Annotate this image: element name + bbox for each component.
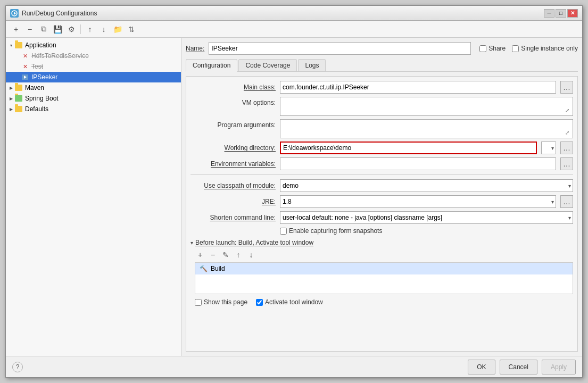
form-snapshots-checkbox-item: Enable capturing form snapshots — [280, 227, 382, 235]
main-content: ▾ Application ▶ ✕ HdfsToRedisService ▶ ✕… — [6, 38, 582, 356]
working-dir-select[interactable] — [541, 141, 556, 154]
main-toolbar: + − ⧉ 💾 ⚙ ↑ ↓ 📁 ⇅ — [6, 21, 582, 38]
main-class-label: Main class: — [191, 84, 276, 91]
settings-button[interactable]: ⚙ — [65, 23, 77, 35]
activate-tool-checkbox-item: Activate tool window — [256, 298, 323, 306]
maven-arrow: ▶ — [8, 85, 14, 91]
show-page-checkbox-item: Show this page — [195, 298, 247, 306]
share-label: Share — [488, 45, 506, 52]
single-instance-checkbox-item: Single instance only — [512, 45, 578, 52]
add-config-button[interactable]: + — [10, 23, 22, 35]
toolbar-sep-1 — [80, 24, 81, 34]
program-args-input[interactable] — [280, 120, 573, 137]
program-args-expand-icon[interactable]: ⤢ — [563, 128, 572, 137]
defaults-folder-icon — [14, 105, 23, 113]
copy-config-button[interactable]: ⧉ — [38, 23, 49, 35]
sidebar-item-maven[interactable]: ▶ Maven — [6, 82, 181, 93]
before-launch-section: ▾ Before launch: Build, Activate tool wi… — [191, 239, 573, 294]
jre-select[interactable]: 1.8 — [280, 195, 556, 208]
maven-label: Maven — [25, 84, 44, 91]
program-args-label: Program arguments: — [191, 119, 276, 129]
save-config-button[interactable]: 💾 — [52, 23, 63, 35]
folder-button[interactable]: 📁 — [112, 23, 123, 35]
main-class-row: Main class: … — [191, 81, 573, 94]
ok-button[interactable]: OK — [468, 360, 495, 374]
move-up-button[interactable]: ↑ — [84, 23, 96, 35]
tab-logs[interactable]: Logs — [298, 59, 326, 71]
divider-1 — [191, 174, 573, 175]
activate-tool-checkbox[interactable] — [256, 299, 263, 306]
sidebar-item-hdfs[interactable]: ▶ ✕ HdfsToRedisService — [6, 51, 181, 61]
before-launch-list: 🔨 Build — [195, 262, 573, 294]
tab-code-coverage[interactable]: Code Coverage — [238, 59, 297, 71]
env-vars-input[interactable] — [280, 157, 556, 170]
sidebar-item-spring-boot[interactable]: ▶ Spring Boot — [6, 93, 181, 104]
cancel-button[interactable]: Cancel — [500, 360, 537, 374]
test-label: Test — [31, 63, 43, 70]
bl-edit-button[interactable]: ✎ — [220, 249, 231, 260]
main-class-input[interactable] — [280, 81, 556, 94]
bl-down-button[interactable]: ↓ — [246, 249, 256, 260]
defaults-label: Defaults — [25, 105, 48, 113]
right-panel: Name: Share Single instance only Configu… — [181, 38, 582, 356]
show-page-checkbox[interactable] — [195, 299, 202, 306]
bl-remove-button[interactable]: − — [208, 249, 218, 260]
application-arrow: ▾ — [8, 42, 14, 48]
sidebar-item-test[interactable]: ▶ ✕ Test — [6, 61, 181, 72]
bl-up-button[interactable]: ↑ — [233, 249, 244, 260]
working-dir-label: Working directory: — [191, 144, 276, 152]
form-snapshots-checkbox[interactable] — [280, 228, 287, 235]
maximize-button[interactable]: □ — [556, 9, 566, 18]
classpath-select-wrapper: demo — [280, 179, 573, 192]
window-title: Run/Debug Configurations — [22, 10, 544, 17]
tab-configuration[interactable]: Configuration — [186, 59, 237, 72]
show-page-label: Show this page — [204, 298, 247, 306]
configuration-panel: Main class: … VM options: ⤢ Program argu… — [186, 76, 578, 352]
maven-folder-icon — [14, 84, 23, 92]
single-instance-label: Single instance only — [521, 45, 578, 52]
header-checkboxes: Share Single instance only — [479, 45, 578, 52]
classpath-select[interactable]: demo — [280, 179, 573, 192]
help-button[interactable]: ? — [12, 362, 23, 372]
config-tabs: Configuration Code Coverage Logs — [186, 59, 578, 72]
titlebar: Run/Debug Configurations ─ □ ✕ — [6, 6, 582, 21]
name-input[interactable] — [209, 42, 471, 55]
bl-build-item[interactable]: 🔨 Build — [195, 263, 573, 274]
apply-button[interactable]: Apply — [542, 360, 576, 374]
before-launch-arrow: ▾ — [191, 240, 193, 246]
sort-button[interactable]: ⇅ — [126, 23, 137, 35]
classpath-label: Use classpath of module: — [191, 182, 276, 189]
vm-options-row: VM options: ⤢ — [191, 97, 573, 116]
spring-boot-label: Spring Boot — [25, 95, 59, 102]
bl-add-button[interactable]: + — [195, 249, 205, 260]
jre-label: JRE: — [191, 198, 276, 205]
sidebar-item-defaults[interactable]: ▶ Defaults — [6, 104, 181, 114]
program-args-area: ⤢ — [280, 119, 573, 138]
shorten-cmd-select[interactable]: user-local default: none - java [options… — [280, 211, 573, 224]
test-icon: ✕ — [21, 62, 29, 71]
jre-browse-button[interactable]: … — [560, 195, 573, 208]
sidebar-item-ipseeker[interactable]: ▶ IPSeeker — [6, 72, 181, 82]
ipseeker-icon — [21, 73, 29, 81]
env-vars-label: Environment variables: — [191, 160, 276, 168]
share-checkbox[interactable] — [479, 45, 486, 52]
env-vars-row: Environment variables: … — [191, 157, 573, 170]
sidebar-item-application[interactable]: ▾ Application — [6, 40, 181, 51]
close-button[interactable]: ✕ — [567, 9, 578, 18]
move-down-button[interactable]: ↓ — [98, 23, 110, 35]
bl-build-label: Build — [211, 265, 225, 272]
remove-config-button[interactable]: − — [24, 23, 36, 35]
hdfs-icon: ✕ — [21, 52, 29, 60]
working-dir-browse-button[interactable]: … — [560, 141, 573, 154]
env-vars-browse-button[interactable]: … — [560, 157, 573, 170]
vm-options-input[interactable] — [280, 97, 573, 114]
activate-tool-label: Activate tool window — [265, 298, 323, 306]
main-class-browse-button[interactable]: … — [560, 81, 573, 94]
shorten-cmd-label: Shorten command line: — [191, 214, 276, 221]
vm-expand-icon[interactable]: ⤢ — [563, 106, 572, 114]
working-dir-input[interactable] — [280, 141, 537, 154]
minimize-button[interactable]: ─ — [544, 9, 554, 18]
single-instance-checkbox[interactable] — [512, 45, 519, 52]
application-label: Application — [25, 41, 56, 49]
share-checkbox-item: Share — [479, 45, 506, 52]
